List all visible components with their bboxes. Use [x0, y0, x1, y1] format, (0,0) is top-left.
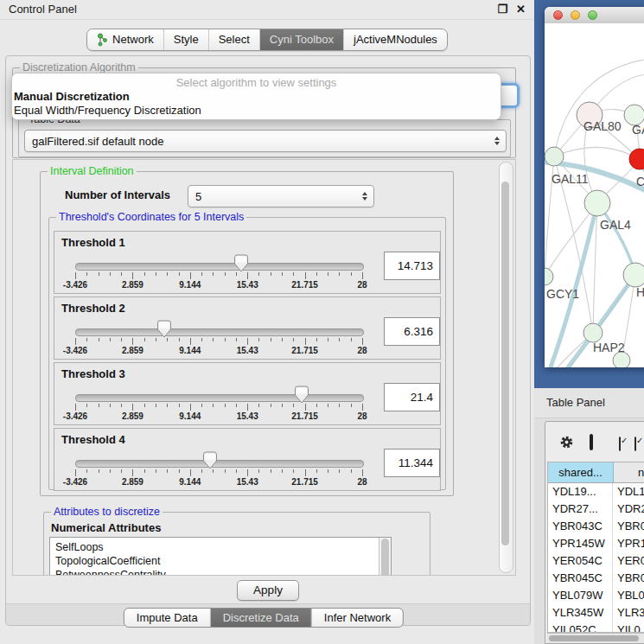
threshold-2-value-field[interactable]: 6.316	[384, 317, 440, 346]
edge-thick[interactable]	[545, 203, 597, 367]
threshold-3-value-field[interactable]: 21.4	[384, 383, 440, 411]
tick-mark	[328, 272, 328, 276]
table-hscrollbar-thumb[interactable]	[549, 635, 639, 641]
cell[interactable]: YER0	[613, 552, 644, 570]
table-row[interactable]: YER054CYER0	[548, 552, 644, 570]
tick-mark	[236, 338, 237, 341]
tab-style[interactable]: Style	[163, 29, 208, 50]
split-view-icon[interactable]	[590, 434, 593, 450]
table-hscrollbar[interactable]	[547, 633, 644, 643]
list-scrollbar[interactable]	[379, 538, 391, 576]
table-row[interactable]: YPR145WYPR1	[548, 535, 644, 552]
column-header-2[interactable]: na	[614, 462, 644, 482]
tick-mark	[213, 338, 214, 341]
tick-mark	[258, 404, 259, 407]
tab-discretize-data[interactable]: Discretize Data	[210, 609, 311, 627]
settings-scrollbar[interactable]	[499, 162, 513, 573]
table-row[interactable]: YLR345WYLR3	[548, 604, 644, 622]
cell[interactable]: YBL079W	[548, 587, 613, 604]
cell[interactable]: YDL1	[613, 483, 644, 501]
tab-cyni-toolbox[interactable]: Cyni Toolbox	[259, 29, 343, 50]
node-GCY1[interactable]	[545, 268, 553, 285]
node-HAP2[interactable]	[583, 323, 603, 342]
tick-mark	[339, 272, 340, 276]
cell[interactable]: YER054C	[548, 552, 613, 570]
edge[interactable]	[554, 147, 640, 159]
threshold-1-slider-track[interactable]	[75, 263, 364, 271]
table-row[interactable]: YBL079WYBL0	[548, 587, 644, 604]
table-row[interactable]: YBR045CYBR0	[548, 570, 644, 587]
node-H[interactable]	[623, 263, 644, 287]
threshold-1-value-field[interactable]: 14.713	[384, 252, 440, 280]
column-header-1[interactable]: shared...	[548, 462, 614, 482]
threshold-2-slider-thumb[interactable]	[156, 320, 172, 338]
tab-select[interactable]: Select	[208, 29, 259, 50]
node-GAL4[interactable]	[584, 190, 610, 216]
attribute-item[interactable]: BetweennessCentrality	[50, 568, 391, 576]
right-column: GAL80GACGAL11GAL4GCY1HHAP2 Table Panel s…	[534, 0, 644, 644]
cell[interactable]: YDR2	[613, 501, 644, 518]
slider-ticks	[75, 404, 362, 411]
attribute-item[interactable]: TopologicalCoefficient	[50, 554, 391, 568]
tab-infer-network[interactable]: Infer Network	[311, 609, 403, 627]
cell[interactable]: YBR0	[613, 518, 644, 535]
table-row[interactable]: YIL052CYIL0	[548, 622, 644, 633]
tick-mark	[75, 272, 76, 279]
tab-jactivemnodules[interactable]: jActiveMNodules	[343, 29, 447, 50]
tab-impute-data[interactable]: Impute Data	[124, 609, 210, 627]
checkbox-icon[interactable]	[634, 437, 636, 451]
tick-mark	[132, 404, 133, 411]
tick-mark	[293, 272, 294, 276]
tick-label: 9.144	[179, 280, 201, 290]
threshold-1-slider-thumb[interactable]	[233, 254, 249, 272]
cell[interactable]: YBR043C	[548, 518, 613, 535]
cell[interactable]: YPR1	[613, 535, 644, 552]
checkbox-icon[interactable]	[619, 437, 621, 451]
table-data-combobox[interactable]: galFiltered.sif default node	[24, 130, 507, 152]
list-scrollbar-thumb[interactable]	[381, 539, 389, 576]
table-row[interactable]: YBR043CYBR0	[548, 518, 644, 535]
threshold-4-slider-thumb[interactable]	[202, 451, 218, 469]
cell[interactable]: YIL052C	[548, 622, 613, 633]
cell[interactable]: YIL0	[613, 622, 644, 633]
network-view-window[interactable]: GAL80GACGAL11GAL4GCY1HHAP2	[545, 7, 644, 367]
threshold-2-slider-track[interactable]	[75, 328, 364, 336]
node-GAL11[interactable]	[545, 147, 564, 166]
network-canvas[interactable]: GAL80GACGAL11GAL4GCY1HHAP2	[545, 23, 644, 367]
tick-mark	[144, 272, 145, 276]
cell[interactable]: YBL0	[613, 587, 644, 604]
number-of-intervals-combobox[interactable]: 5	[188, 185, 374, 207]
cell[interactable]: YBR0	[613, 570, 644, 587]
window-zoom-button[interactable]	[588, 10, 597, 20]
algorithm-option-equal-width[interactable]: Equal Width/Frequency Discretization	[12, 104, 501, 118]
cell[interactable]: YPR145W	[548, 535, 613, 552]
tab-network[interactable]: Network	[87, 29, 163, 50]
cell[interactable]: YDL19...	[548, 483, 613, 501]
cell[interactable]: YDR27...	[548, 501, 613, 518]
tick-mark	[110, 469, 111, 473]
window-minimize-button[interactable]	[571, 10, 580, 20]
tick-mark	[132, 338, 133, 345]
cell[interactable]: YBR045C	[548, 570, 613, 587]
settings-scrollbar-thumb[interactable]	[501, 182, 509, 545]
close-icon[interactable]: ✕	[516, 0, 526, 19]
tick-mark	[110, 338, 111, 341]
threshold-3-slider-track[interactable]	[75, 394, 364, 402]
tick-label: 9.144	[179, 477, 201, 487]
threshold-3-slider-thumb[interactable]	[294, 386, 309, 404]
tick-label: 15.43	[237, 280, 258, 290]
cell[interactable]: YLR345W	[548, 604, 613, 622]
attribute-item[interactable]: SelfLoops	[50, 540, 391, 554]
threshold-4-slider-track[interactable]	[75, 460, 364, 468]
algorithm-option-manual[interactable]: Manual Discretization	[12, 90, 501, 104]
gear-icon[interactable]	[559, 435, 574, 452]
table-row[interactable]: YDR27...YDR2	[548, 501, 644, 518]
window-close-button[interactable]	[553, 10, 563, 20]
threshold-4-value-field[interactable]: 11.344	[384, 449, 440, 477]
float-icon[interactable]: ❐	[497, 0, 507, 19]
settings-scroll-area: Interval Definition Number of Intervals …	[12, 159, 516, 576]
cell[interactable]: YLR3	[613, 604, 644, 622]
table-row[interactable]: YDL19...YDL1	[548, 483, 644, 501]
apply-button[interactable]: Apply	[237, 580, 299, 601]
tick-mark	[236, 272, 237, 276]
